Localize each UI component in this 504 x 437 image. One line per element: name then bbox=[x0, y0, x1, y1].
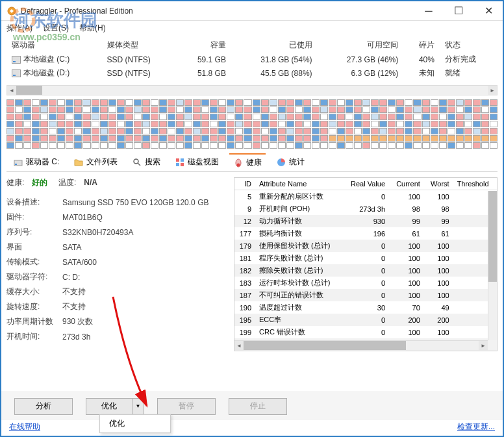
disk-block[interactable] bbox=[422, 128, 430, 134]
disk-block[interactable] bbox=[168, 106, 175, 113]
disk-block[interactable] bbox=[346, 99, 353, 106]
disk-block[interactable] bbox=[57, 135, 65, 142]
disk-block[interactable] bbox=[278, 142, 286, 149]
disk-block[interactable] bbox=[108, 135, 116, 142]
smart-row[interactable]: 179使用保留块计数 (总计)0100100 bbox=[234, 240, 497, 252]
disk-block[interactable] bbox=[134, 106, 142, 113]
disk-block[interactable] bbox=[49, 128, 57, 134]
disk-block[interactable] bbox=[92, 121, 99, 127]
disk-block[interactable] bbox=[92, 128, 99, 134]
disk-block[interactable] bbox=[490, 121, 498, 127]
disk-block[interactable] bbox=[456, 142, 464, 149]
disk-block[interactable] bbox=[362, 114, 370, 120]
disk-block[interactable] bbox=[125, 106, 133, 113]
disk-block[interactable] bbox=[57, 142, 65, 149]
disk-block[interactable] bbox=[244, 121, 251, 127]
disk-block[interactable] bbox=[346, 128, 353, 134]
pause-button[interactable]: 暂停 bbox=[157, 398, 216, 415]
disk-block[interactable] bbox=[253, 121, 260, 127]
disk-block[interactable] bbox=[201, 121, 209, 127]
scroll-thumb[interactable] bbox=[16, 86, 42, 95]
disk-block[interactable] bbox=[473, 99, 481, 106]
disk-block[interactable] bbox=[244, 128, 251, 134]
col-threshold[interactable]: Threshold bbox=[453, 178, 497, 190]
disk-block[interactable] bbox=[142, 128, 150, 134]
disk-block[interactable] bbox=[193, 142, 201, 149]
disk-block[interactable] bbox=[66, 128, 73, 134]
disk-block[interactable] bbox=[354, 142, 362, 149]
disk-block[interactable] bbox=[74, 121, 82, 127]
disk-block[interactable] bbox=[142, 114, 150, 120]
disk-block[interactable] bbox=[312, 114, 320, 120]
disk-block[interactable] bbox=[405, 99, 412, 106]
disk-block[interactable] bbox=[371, 142, 379, 149]
disk-block[interactable] bbox=[354, 128, 362, 134]
disk-block[interactable] bbox=[168, 121, 175, 127]
disk-block[interactable] bbox=[270, 142, 277, 149]
disk-block[interactable] bbox=[481, 99, 489, 106]
disk-block[interactable] bbox=[439, 99, 447, 106]
disk-block[interactable] bbox=[108, 128, 116, 134]
disk-block[interactable] bbox=[74, 128, 82, 134]
disk-block[interactable] bbox=[218, 121, 226, 127]
col-real[interactable]: Real Value bbox=[342, 178, 389, 190]
disk-block[interactable] bbox=[286, 121, 294, 127]
disk-block[interactable] bbox=[74, 106, 82, 113]
disk-block[interactable] bbox=[396, 99, 404, 106]
disk-block[interactable] bbox=[6, 128, 14, 134]
disk-block[interactable] bbox=[100, 99, 108, 106]
disk-block[interactable] bbox=[473, 106, 481, 113]
disk-block[interactable] bbox=[405, 114, 412, 120]
disk-block[interactable] bbox=[337, 99, 345, 106]
disk-block[interactable] bbox=[447, 128, 455, 134]
disk-block[interactable] bbox=[405, 142, 412, 149]
disk-block[interactable] bbox=[371, 121, 379, 127]
disk-block[interactable] bbox=[286, 142, 294, 149]
tab-diskview[interactable]: 磁盘视图 bbox=[171, 154, 223, 170]
disk-block[interactable] bbox=[176, 128, 184, 134]
disk-block[interactable] bbox=[490, 99, 498, 106]
disk-block[interactable] bbox=[278, 114, 286, 120]
disk-block[interactable] bbox=[193, 128, 201, 134]
disk-block[interactable] bbox=[354, 106, 362, 113]
disk-block[interactable] bbox=[439, 114, 447, 120]
disk-block[interactable] bbox=[337, 106, 345, 113]
scroll-left-icon[interactable]: ◄ bbox=[7, 86, 16, 95]
disk-block[interactable] bbox=[439, 106, 447, 113]
disk-block[interactable] bbox=[57, 106, 65, 113]
smart-row[interactable]: 187不可纠正的错误计数0100100 bbox=[234, 289, 497, 301]
disk-block[interactable] bbox=[405, 121, 412, 127]
disk-block[interactable] bbox=[117, 121, 125, 127]
disk-block[interactable] bbox=[253, 128, 260, 134]
tab-health[interactable]: 健康 bbox=[229, 153, 266, 171]
disk-block[interactable] bbox=[295, 135, 303, 142]
disk-block[interactable] bbox=[388, 135, 396, 142]
disk-block[interactable] bbox=[82, 99, 90, 106]
disk-block[interactable] bbox=[57, 114, 65, 120]
disk-block[interactable] bbox=[261, 128, 269, 134]
disk-block[interactable] bbox=[193, 106, 201, 113]
disk-block[interactable] bbox=[413, 121, 421, 127]
disk-block[interactable] bbox=[210, 135, 218, 142]
disk-block[interactable] bbox=[49, 135, 57, 142]
disk-block[interactable] bbox=[329, 128, 336, 134]
disk-block[interactable] bbox=[413, 135, 421, 142]
disk-block[interactable] bbox=[134, 114, 142, 120]
disk-block[interactable] bbox=[201, 135, 209, 142]
disk-block[interactable] bbox=[439, 142, 447, 149]
disk-block[interactable] bbox=[456, 135, 464, 142]
disk-block[interactable] bbox=[312, 142, 320, 149]
disk-block[interactable] bbox=[431, 121, 438, 127]
disk-block[interactable] bbox=[371, 106, 379, 113]
disk-block[interactable] bbox=[159, 106, 167, 113]
disk-block[interactable] bbox=[184, 114, 192, 120]
disk-block[interactable] bbox=[422, 121, 430, 127]
disk-block[interactable] bbox=[473, 114, 481, 120]
smart-row[interactable]: 183运行时坏块计数 (总计)0100100 bbox=[234, 277, 497, 289]
disk-block[interactable] bbox=[396, 106, 404, 113]
col-current[interactable]: Current bbox=[389, 178, 424, 190]
disk-block[interactable] bbox=[329, 114, 336, 120]
disk-block[interactable] bbox=[303, 106, 311, 113]
disk-block[interactable] bbox=[481, 121, 489, 127]
disk-block[interactable] bbox=[481, 106, 489, 113]
